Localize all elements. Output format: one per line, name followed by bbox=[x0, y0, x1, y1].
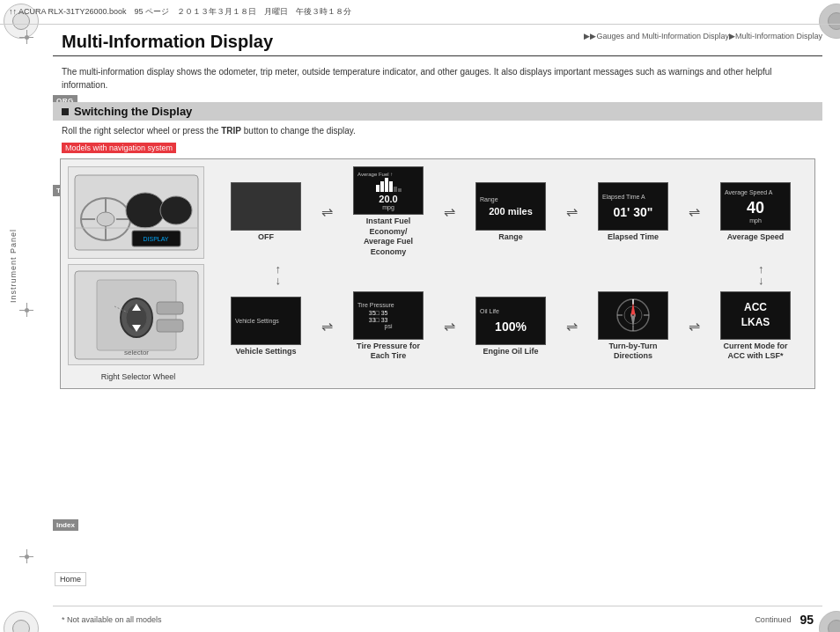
car-wheel-image: selector bbox=[68, 264, 204, 365]
section-title: Switching the Display bbox=[74, 105, 192, 118]
sidebar-vertical-text: Instrument Panel bbox=[9, 229, 18, 303]
sp3 bbox=[446, 263, 474, 286]
fuel-value: 20.0 bbox=[379, 194, 397, 204]
display-row-1: OFF ⇌ Average Fuel ↑ bbox=[214, 166, 807, 258]
diagram-container: DISPLAY bbox=[60, 158, 815, 389]
display-item-compass: Turn-by-Turn Directions bbox=[581, 291, 685, 362]
avgspeed-label: Average Speed A bbox=[723, 189, 788, 195]
updown-arrow-off: ↑ ↓ bbox=[275, 263, 281, 286]
range-screen-label: Range bbox=[478, 196, 543, 202]
section-desc-text: Roll the right selector wheel or press t… bbox=[62, 126, 218, 136]
elapsed-value: 01' 30" bbox=[613, 205, 652, 219]
screen-oil: Oil Life 100% bbox=[475, 297, 546, 345]
nav-highlight-text: Models with navigation system bbox=[62, 143, 176, 153]
top-bar: ↑↑ ACURA RLX-31TY26000.book 95 ページ ２０１３年… bbox=[0, 0, 840, 25]
display-item-avgspeed: Average Speed A 40 mph Average Speed bbox=[704, 182, 807, 243]
svg-rect-20 bbox=[157, 320, 183, 332]
svg-point-7 bbox=[126, 193, 165, 228]
section-title-bar: Switching the Display bbox=[53, 102, 822, 121]
sp6 bbox=[593, 263, 686, 286]
acc-value: ACCLKAS bbox=[741, 300, 770, 330]
svg-text:selector: selector bbox=[123, 349, 148, 356]
trip-bold: TRIP bbox=[221, 126, 241, 136]
screen-range: Range 200 miles bbox=[475, 182, 546, 231]
file-info: ↑↑ ACURA RLX-31TY26000.book 95 ページ ２０１３年… bbox=[9, 6, 831, 18]
screen-settings: Vehicle Settings bbox=[231, 297, 301, 345]
car-dashboard-image: DISPLAY bbox=[68, 166, 204, 259]
display-item-off: OFF bbox=[214, 182, 318, 243]
sp4 bbox=[473, 263, 565, 286]
display-item-tire: Tire Pressure 35□ 35 33□ 33 psi Tire Pre… bbox=[336, 291, 440, 362]
footer-note: * Not available on all models bbox=[62, 615, 755, 624]
compass-svg bbox=[615, 298, 651, 333]
spacer bbox=[214, 263, 232, 286]
dashboard-svg: DISPLAY bbox=[70, 171, 203, 254]
caption-settings: Vehicle Settings bbox=[231, 347, 301, 357]
svg-text:DISPLAY: DISPLAY bbox=[143, 236, 168, 242]
screen-compass bbox=[598, 291, 668, 340]
range-value: 200 miles bbox=[489, 206, 533, 217]
car-image-area: DISPLAY bbox=[68, 166, 209, 381]
arrow-right-8: ⇌ bbox=[689, 318, 700, 334]
vertical-arrows-row: ↑ ↓ ↑ ↓ bbox=[214, 261, 807, 288]
sp5 bbox=[566, 263, 594, 286]
arrow-right-6: ⇌ bbox=[444, 318, 455, 334]
caption-range: Range bbox=[475, 232, 546, 243]
tire-label: Tire Pressure bbox=[356, 302, 421, 308]
arrow-right-1: ⇌ bbox=[321, 203, 333, 220]
tire-unit: psi bbox=[385, 323, 393, 329]
left-sidebar bbox=[0, 0, 53, 632]
fuel-unit: mpg bbox=[382, 204, 394, 210]
caption-fuel: Instant Fuel Economy/ Average Fuel Econo… bbox=[353, 217, 424, 258]
oil-value: 100% bbox=[495, 320, 527, 334]
svg-rect-19 bbox=[157, 302, 183, 314]
page-title: Multi-Information Display bbox=[62, 32, 273, 51]
caption-oil: Engine Oil Life bbox=[475, 347, 546, 357]
svg-point-8 bbox=[160, 196, 192, 224]
arrow-right-4: ⇌ bbox=[689, 203, 700, 220]
sidebar-crosshair-bot bbox=[18, 547, 35, 565]
avgspeed-unit: mph bbox=[749, 217, 762, 224]
main-content: Multi-Information Display The multi-info… bbox=[53, 25, 822, 606]
sidebar-crosshair-mid bbox=[18, 301, 35, 319]
page-description: The multi-information display shows the … bbox=[53, 62, 822, 92]
screen-off bbox=[231, 182, 301, 231]
elapsed-label: Elapsed Time A bbox=[601, 194, 666, 200]
oil-label: Oil Life bbox=[478, 308, 543, 314]
updown-avgspeed: ↑ ↓ bbox=[715, 263, 807, 286]
section-icon bbox=[62, 108, 69, 115]
display-item-elapsed: Elapsed Time A 01' 30" Elapsed Time bbox=[581, 182, 685, 243]
footer-page-number: 95 bbox=[799, 613, 814, 627]
display-row-2: Vehicle Settings Vehicle Settings ⇌ Tire… bbox=[214, 291, 807, 362]
display-item-range: Range 200 miles Range bbox=[459, 182, 563, 243]
section-description: Roll the right selector wheel or press t… bbox=[53, 121, 822, 141]
sp7 bbox=[687, 263, 715, 286]
nav-highlight-badge: Models with navigation system bbox=[53, 141, 822, 155]
sp2 bbox=[352, 263, 445, 286]
svg-marker-29 bbox=[630, 313, 636, 327]
page-footer: * Not available on all models Continued … bbox=[53, 606, 822, 632]
right-selector-label: Right Selector Wheel bbox=[68, 372, 209, 381]
updown-arrow-avgspeed: ↑ ↓ bbox=[758, 263, 764, 286]
tire-rl: 33□ 33 bbox=[369, 317, 388, 323]
arrow-right-3: ⇌ bbox=[566, 203, 578, 220]
fuel-screen-label: Average Fuel ↑ bbox=[356, 172, 421, 177]
arrow-right-5: ⇌ bbox=[321, 318, 333, 334]
fuel-bars bbox=[376, 178, 402, 192]
caption-avgspeed: Average Speed bbox=[720, 232, 791, 243]
footer-continued: Continued bbox=[755, 615, 791, 624]
tire-rr bbox=[389, 317, 409, 323]
sp1 bbox=[324, 263, 352, 286]
display-item-settings: Vehicle Settings Vehicle Settings bbox=[214, 297, 318, 357]
avgspeed-value: 40 bbox=[747, 199, 764, 217]
section-desc-text2: button to change the display. bbox=[244, 126, 356, 136]
tire-fr bbox=[389, 310, 409, 316]
display-item-acc: ACCLKAS Current Mode for ACC with LSF* bbox=[704, 291, 807, 362]
tire-grid: 35□ 35 33□ 33 bbox=[369, 310, 409, 323]
arrow-right-2: ⇌ bbox=[444, 203, 455, 220]
page-title-area: Multi-Information Display bbox=[53, 25, 822, 56]
caption-off: OFF bbox=[231, 232, 301, 243]
settings-label: Vehicle Settings bbox=[233, 318, 298, 324]
arrow-right-7: ⇌ bbox=[566, 318, 578, 334]
display-grid: OFF ⇌ Average Fuel ↑ bbox=[214, 166, 807, 381]
